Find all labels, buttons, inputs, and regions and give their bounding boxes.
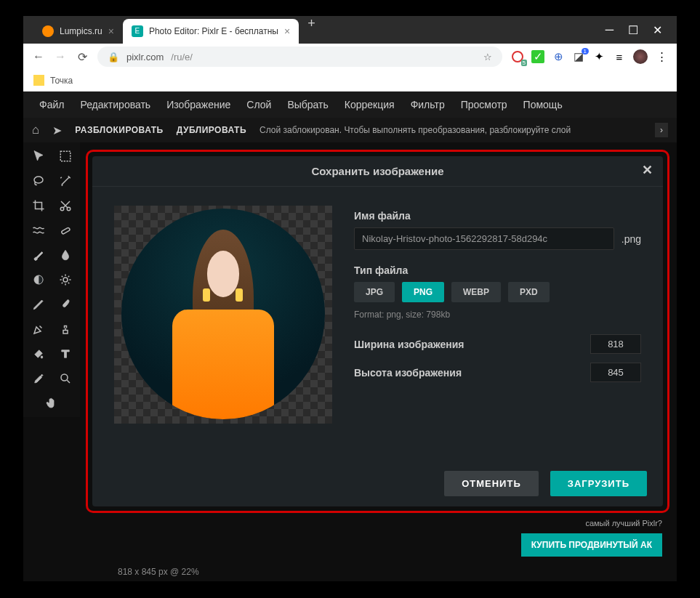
star-icon[interactable]: ☆ — [483, 52, 492, 62]
gear-tool-icon[interactable] — [55, 270, 76, 289]
menu-item[interactable]: Помощь — [523, 99, 563, 110]
text-tool-icon[interactable] — [55, 344, 76, 363]
close-icon[interactable]: × — [108, 25, 114, 37]
menu-icon[interactable]: ⋮ — [655, 50, 668, 63]
pointer-tool-icon[interactable] — [28, 147, 49, 166]
svg-rect-0 — [60, 151, 71, 161]
pen-tool-icon[interactable] — [28, 320, 49, 339]
status-bar: 818 x 845 px @ 22% — [31, 564, 286, 581]
reading-list-icon[interactable]: ≡ — [613, 50, 626, 63]
dialog-title: Сохранить изображение — [311, 165, 443, 177]
file-type-row: JPG PNG WEBP PXD — [354, 282, 641, 302]
buy-button[interactable]: КУПИТЬ ПРОДВИНУТЫЙ АК — [521, 533, 662, 557]
ext-icon[interactable]: ✓ — [531, 50, 544, 63]
liquify-tool-icon[interactable] — [28, 221, 49, 240]
brush-tool-icon[interactable] — [28, 246, 49, 264]
marquee-tool-icon[interactable] — [55, 147, 76, 166]
width-label: Ширина изображения — [354, 339, 464, 350]
globe-icon[interactable]: ⊕ — [552, 50, 565, 63]
menu-item[interactable]: Слой — [246, 99, 271, 110]
unlock-button[interactable]: РАЗБЛОКИРОВАТЬ — [75, 125, 163, 135]
menu-item[interactable]: Коррекция — [345, 99, 395, 110]
reload-icon[interactable]: ⟳ — [76, 50, 89, 64]
cancel-button[interactable]: ОТМЕНИТЬ — [444, 471, 539, 496]
lasso-tool-icon[interactable] — [28, 171, 49, 190]
svg-rect-4 — [61, 227, 71, 235]
save-dialog: Сохранить изображение ✕ — [92, 156, 663, 506]
browser-tabs: Lumpics.ru × E Photo Editor: Pixlr E - б… — [23, 16, 324, 44]
crop-tool-icon[interactable] — [28, 196, 49, 215]
dodge-tool-icon[interactable] — [28, 270, 49, 289]
file-meta: Format: png, size: 798kb — [354, 310, 641, 320]
url-host: pixlr.com — [126, 52, 164, 62]
file-name-label: Имя файла — [354, 210, 641, 222]
cut-tool-icon[interactable] — [55, 196, 76, 215]
preview-content — [121, 209, 325, 419]
chevron-right-icon[interactable]: › — [655, 123, 668, 137]
fill-tool-icon[interactable] — [28, 344, 49, 363]
height-label: Высота изображения — [354, 367, 462, 379]
clone-tool-icon[interactable] — [55, 320, 76, 339]
menu-item[interactable]: Файл — [39, 99, 64, 110]
close-icon[interactable]: ✕ — [653, 23, 662, 37]
preview-circle — [121, 209, 325, 419]
tab-title: Photo Editor: Pixlr E - бесплатны — [149, 26, 278, 36]
image-preview — [114, 206, 332, 424]
type-png-button[interactable]: PNG — [402, 282, 444, 302]
home-icon[interactable]: ⌂ — [32, 123, 39, 137]
width-input[interactable] — [590, 334, 641, 354]
bookmark-item[interactable]: Точка — [50, 76, 73, 86]
url-field[interactable]: 🔒 pixlr.com/ru/e/ ☆ — [97, 47, 502, 67]
heal-tool-icon[interactable] — [55, 221, 76, 240]
promo-box: самый лучший Pixlr? КУПИТЬ ПРОДВИНУТЫЙ А… — [480, 516, 669, 559]
svg-point-6 — [63, 278, 68, 282]
puzzle-icon[interactable]: ✦ — [592, 50, 606, 63]
pencil-tool-icon[interactable] — [28, 295, 49, 314]
dialog-header: Сохранить изображение ✕ — [92, 156, 663, 187]
ext-icon[interactable]: ◪1 — [572, 50, 585, 63]
title-bar: Lumpics.ru × E Photo Editor: Pixlr E - б… — [23, 16, 677, 44]
duplicate-button[interactable]: ДУБЛИРОВАТЬ — [177, 125, 246, 135]
pixlr-app: Файл Редактировать Изображение Слой Выбр… — [23, 92, 677, 581]
lock-icon: 🔒 — [108, 52, 119, 62]
new-tab-button[interactable]: + — [299, 16, 324, 44]
menu-item[interactable]: Выбрать — [287, 99, 328, 110]
zoom-tool-icon[interactable] — [55, 369, 76, 388]
bookmarks-bar: Точка — [23, 70, 677, 92]
close-icon[interactable]: ✕ — [642, 162, 653, 178]
browser-window: Lumpics.ru × E Photo Editor: Pixlr E - б… — [23, 16, 677, 581]
type-pxd-button[interactable]: PXD — [508, 282, 550, 302]
type-webp-button[interactable]: WEBP — [451, 282, 501, 302]
paintbrush-tool-icon[interactable] — [55, 295, 76, 314]
minimize-icon[interactable]: ─ — [606, 23, 613, 37]
menu-item[interactable]: Редактировать — [80, 99, 150, 110]
blur-tool-icon[interactable] — [55, 246, 76, 264]
ext-icon[interactable]: 5 — [511, 50, 524, 63]
hand-tool-icon[interactable] — [28, 394, 76, 413]
favicon: E — [132, 25, 143, 37]
menu-item[interactable]: Просмотр — [461, 99, 507, 110]
extensions: 5 ✓ ⊕ ◪1 ✦ ≡ ⋮ — [511, 49, 668, 64]
close-icon[interactable]: × — [284, 25, 290, 37]
maximize-icon[interactable]: ☐ — [628, 23, 638, 37]
back-icon[interactable]: ← — [32, 50, 45, 63]
app-menubar: Файл Редактировать Изображение Слой Выбр… — [23, 92, 677, 118]
tool-panel — [23, 142, 80, 417]
browser-tab[interactable]: E Photo Editor: Pixlr E - бесплатны × — [123, 19, 299, 44]
address-bar: ← → ⟳ 🔒 pixlr.com/ru/e/ ☆ 5 ✓ ⊕ ◪1 ✦ ≡ ⋮ — [23, 44, 677, 70]
download-button[interactable]: ЗАГРУЗИТЬ — [550, 471, 647, 496]
app-subbar: ⌂ ➤ РАЗБЛОКИРОВАТЬ ДУБЛИРОВАТЬ Слой забл… — [23, 118, 677, 142]
forward-icon[interactable]: → — [54, 50, 67, 63]
menu-item[interactable]: Изображение — [166, 99, 230, 110]
file-name-input[interactable] — [354, 227, 614, 250]
eyedropper-tool-icon[interactable] — [28, 369, 49, 388]
url-path: /ru/e/ — [171, 52, 193, 62]
avatar[interactable] — [633, 49, 648, 64]
wand-tool-icon[interactable] — [55, 171, 76, 190]
type-jpg-button[interactable]: JPG — [354, 282, 395, 302]
height-input[interactable] — [590, 363, 641, 382]
browser-tab[interactable]: Lumpics.ru × — [33, 19, 123, 44]
pointer-icon[interactable]: ➤ — [52, 124, 62, 137]
promo-text: самый лучший Pixlr? — [488, 519, 662, 528]
menu-item[interactable]: Фильтр — [411, 99, 445, 110]
